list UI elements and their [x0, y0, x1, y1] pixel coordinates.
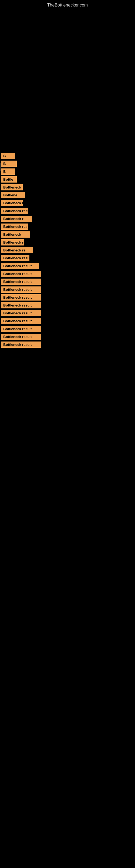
bottleneck-item-15[interactable]: Bottleneck result [1, 263, 39, 269]
bottleneck-item-25[interactable]: Bottleneck result [1, 341, 41, 348]
bottleneck-item-1[interactable]: B [1, 153, 15, 159]
bottleneck-item-18[interactable]: Bottleneck result [1, 286, 41, 293]
bottleneck-item-23[interactable]: Bottleneck result [1, 326, 41, 332]
bottleneck-item-6[interactable]: Bottlene [1, 192, 25, 198]
site-title: TheBottlenecker.com [0, 0, 135, 9]
bottleneck-item-11[interactable]: Bottleneck [1, 231, 30, 238]
bottleneck-item-21[interactable]: Bottleneck result [1, 310, 41, 316]
bottleneck-items-container: BBBBottleBottleneckBottleneBottleneck rB… [0, 153, 135, 348]
bottleneck-item-4[interactable]: Bottle [1, 176, 17, 183]
bottleneck-item-8[interactable]: Bottleneck resu [1, 208, 28, 214]
bottleneck-item-20[interactable]: Bottleneck result [1, 302, 41, 308]
bottleneck-item-13[interactable]: Bottleneck re [1, 247, 33, 253]
bottleneck-item-3[interactable]: B [1, 168, 15, 175]
bottleneck-item-12[interactable]: Bottleneck resu [1, 239, 24, 246]
vertical-line [1, 163, 1, 171]
bottleneck-item-9[interactable]: Bottleneck r [1, 216, 32, 222]
bottleneck-item-7[interactable]: Bottleneck r [1, 200, 23, 206]
bottleneck-item-16[interactable]: Bottleneck result [1, 271, 41, 277]
bottleneck-item-10[interactable]: Bottleneck res [1, 223, 28, 230]
bottleneck-item-24[interactable]: Bottleneck result [1, 334, 41, 340]
bottleneck-item-2[interactable]: B [1, 161, 17, 167]
bottleneck-item-14[interactable]: Bottleneck result [1, 255, 30, 261]
bottleneck-item-17[interactable]: Bottleneck result [1, 279, 41, 285]
bottleneck-item-22[interactable]: Bottleneck result [1, 318, 41, 324]
bottleneck-item-5[interactable]: Bottleneck [1, 184, 23, 190]
bottleneck-item-19[interactable]: Bottleneck result [1, 294, 41, 301]
